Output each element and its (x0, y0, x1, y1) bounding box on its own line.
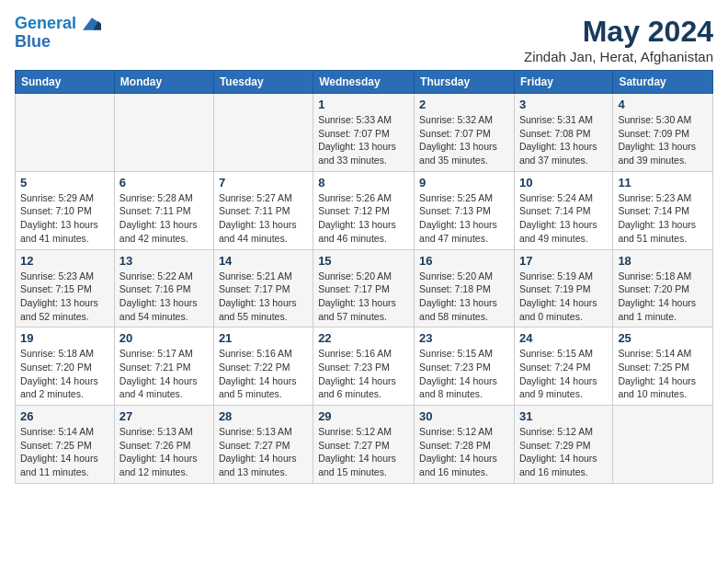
day-info: Sunrise: 5:13 AM Sunset: 7:26 PM Dayligh… (119, 425, 209, 479)
calendar-cell: 15Sunrise: 5:20 AM Sunset: 7:17 PM Dayli… (313, 249, 415, 327)
weekday-header-row: SundayMondayTuesdayWednesdayThursdayFrid… (16, 71, 713, 94)
weekday-header-sunday: Sunday (16, 71, 115, 94)
day-number: 29 (318, 409, 409, 423)
day-info: Sunrise: 5:28 AM Sunset: 7:11 PM Dayligh… (119, 191, 209, 246)
calendar-cell: 10Sunrise: 5:24 AM Sunset: 7:14 PM Dayli… (514, 171, 612, 249)
calendar-week-row: 19Sunrise: 5:18 AM Sunset: 7:20 PM Dayli… (16, 327, 713, 406)
day-info: Sunrise: 5:31 AM Sunset: 7:08 PM Dayligh… (519, 113, 608, 167)
day-info: Sunrise: 5:14 AM Sunset: 7:25 PM Dayligh… (618, 347, 708, 401)
calendar-cell: 3Sunrise: 5:31 AM Sunset: 7:08 PM Daylig… (514, 94, 612, 172)
day-number: 22 (318, 331, 409, 345)
day-number: 2 (419, 98, 509, 111)
calendar-table: SundayMondayTuesdayWednesdayThursdayFrid… (15, 70, 713, 484)
day-number: 25 (618, 331, 708, 345)
calendar-cell: 24Sunrise: 5:15 AM Sunset: 7:24 PM Dayli… (514, 327, 612, 406)
day-info: Sunrise: 5:16 AM Sunset: 7:22 PM Dayligh… (219, 347, 308, 401)
day-number: 19 (20, 331, 109, 345)
day-number: 10 (519, 176, 608, 190)
calendar-cell: 21Sunrise: 5:16 AM Sunset: 7:22 PM Dayli… (213, 327, 313, 406)
logo-blue-text: Blue (15, 33, 51, 52)
day-number: 14 (219, 254, 308, 268)
calendar-cell: 8Sunrise: 5:26 AM Sunset: 7:12 PM Daylig… (313, 171, 415, 249)
title-section: May 2024 Zindah Jan, Herat, Afghanistan (524, 15, 713, 64)
day-number: 18 (618, 254, 708, 268)
calendar-cell (114, 94, 213, 172)
weekday-header-thursday: Thursday (415, 71, 515, 94)
day-info: Sunrise: 5:15 AM Sunset: 7:23 PM Dayligh… (419, 347, 509, 401)
day-number: 26 (20, 409, 109, 423)
day-info: Sunrise: 5:12 AM Sunset: 7:27 PM Dayligh… (318, 425, 409, 479)
day-number: 7 (219, 176, 308, 190)
day-info: Sunrise: 5:27 AM Sunset: 7:11 PM Dayligh… (219, 191, 308, 246)
day-number: 15 (318, 254, 409, 268)
calendar-cell: 9Sunrise: 5:25 AM Sunset: 7:13 PM Daylig… (415, 171, 515, 249)
day-info: Sunrise: 5:12 AM Sunset: 7:28 PM Dayligh… (419, 425, 509, 479)
day-number: 30 (419, 409, 509, 423)
day-info: Sunrise: 5:30 AM Sunset: 7:09 PM Dayligh… (618, 113, 708, 167)
calendar-week-row: 26Sunrise: 5:14 AM Sunset: 7:25 PM Dayli… (16, 406, 713, 484)
day-number: 5 (20, 176, 109, 190)
day-number: 12 (20, 254, 109, 268)
calendar-cell: 16Sunrise: 5:20 AM Sunset: 7:18 PM Dayli… (415, 249, 515, 327)
calendar-cell: 12Sunrise: 5:23 AM Sunset: 7:15 PM Dayli… (16, 249, 115, 327)
day-info: Sunrise: 5:26 AM Sunset: 7:12 PM Dayligh… (318, 191, 409, 246)
calendar-cell (16, 94, 115, 172)
day-number: 24 (519, 331, 608, 345)
weekday-header-monday: Monday (114, 71, 213, 94)
day-info: Sunrise: 5:14 AM Sunset: 7:25 PM Dayligh… (20, 425, 109, 479)
day-info: Sunrise: 5:23 AM Sunset: 7:14 PM Dayligh… (618, 191, 708, 246)
weekday-header-saturday: Saturday (613, 71, 713, 94)
day-number: 31 (519, 409, 608, 423)
day-info: Sunrise: 5:13 AM Sunset: 7:27 PM Dayligh… (219, 425, 308, 479)
day-info: Sunrise: 5:32 AM Sunset: 7:07 PM Dayligh… (419, 113, 509, 167)
calendar-cell: 30Sunrise: 5:12 AM Sunset: 7:28 PM Dayli… (415, 406, 515, 484)
day-info: Sunrise: 5:16 AM Sunset: 7:23 PM Dayligh… (318, 347, 409, 401)
day-info: Sunrise: 5:23 AM Sunset: 7:15 PM Dayligh… (20, 270, 109, 324)
day-info: Sunrise: 5:12 AM Sunset: 7:29 PM Dayligh… (519, 425, 608, 479)
calendar-cell: 13Sunrise: 5:22 AM Sunset: 7:16 PM Dayli… (114, 249, 213, 327)
day-info: Sunrise: 5:22 AM Sunset: 7:16 PM Dayligh… (119, 270, 209, 324)
calendar-cell: 25Sunrise: 5:14 AM Sunset: 7:25 PM Dayli… (613, 327, 713, 406)
logo-text: General (15, 15, 101, 33)
location-subtitle: Zindah Jan, Herat, Afghanistan (524, 49, 713, 64)
calendar-cell: 4Sunrise: 5:30 AM Sunset: 7:09 PM Daylig… (613, 94, 713, 172)
calendar-cell (213, 94, 313, 172)
day-info: Sunrise: 5:17 AM Sunset: 7:21 PM Dayligh… (119, 347, 209, 401)
calendar-cell: 23Sunrise: 5:15 AM Sunset: 7:23 PM Dayli… (415, 327, 515, 406)
day-info: Sunrise: 5:18 AM Sunset: 7:20 PM Dayligh… (20, 347, 109, 401)
calendar-cell: 31Sunrise: 5:12 AM Sunset: 7:29 PM Dayli… (514, 406, 612, 484)
calendar-cell: 19Sunrise: 5:18 AM Sunset: 7:20 PM Dayli… (16, 327, 115, 406)
calendar-cell: 14Sunrise: 5:21 AM Sunset: 7:17 PM Dayli… (213, 249, 313, 327)
day-number: 3 (519, 98, 608, 111)
calendar-cell: 27Sunrise: 5:13 AM Sunset: 7:26 PM Dayli… (114, 406, 213, 484)
calendar-week-row: 5Sunrise: 5:29 AM Sunset: 7:10 PM Daylig… (16, 171, 713, 249)
day-number: 11 (618, 176, 708, 190)
calendar-cell: 20Sunrise: 5:17 AM Sunset: 7:21 PM Dayli… (114, 327, 213, 406)
day-number: 27 (119, 409, 209, 423)
calendar-cell (613, 406, 713, 484)
logo: General Blue (15, 15, 101, 52)
day-info: Sunrise: 5:19 AM Sunset: 7:19 PM Dayligh… (519, 270, 608, 324)
day-number: 28 (219, 409, 308, 423)
calendar-week-row: 12Sunrise: 5:23 AM Sunset: 7:15 PM Dayli… (16, 249, 713, 327)
day-info: Sunrise: 5:21 AM Sunset: 7:17 PM Dayligh… (219, 270, 308, 324)
day-number: 17 (519, 254, 608, 268)
calendar-cell: 17Sunrise: 5:19 AM Sunset: 7:19 PM Dayli… (514, 249, 612, 327)
day-info: Sunrise: 5:25 AM Sunset: 7:13 PM Dayligh… (419, 191, 509, 246)
day-number: 9 (419, 176, 509, 190)
day-info: Sunrise: 5:20 AM Sunset: 7:18 PM Dayligh… (419, 270, 509, 324)
day-info: Sunrise: 5:20 AM Sunset: 7:17 PM Dayligh… (318, 270, 409, 324)
day-info: Sunrise: 5:15 AM Sunset: 7:24 PM Dayligh… (519, 347, 608, 401)
day-number: 1 (318, 98, 409, 111)
weekday-header-wednesday: Wednesday (313, 71, 415, 94)
calendar-cell: 26Sunrise: 5:14 AM Sunset: 7:25 PM Dayli… (16, 406, 115, 484)
calendar-cell: 2Sunrise: 5:32 AM Sunset: 7:07 PM Daylig… (415, 94, 515, 172)
day-number: 20 (119, 331, 209, 345)
day-number: 13 (119, 254, 209, 268)
day-info: Sunrise: 5:29 AM Sunset: 7:10 PM Dayligh… (20, 191, 109, 246)
calendar-cell: 29Sunrise: 5:12 AM Sunset: 7:27 PM Dayli… (313, 406, 415, 484)
day-info: Sunrise: 5:33 AM Sunset: 7:07 PM Dayligh… (318, 113, 409, 167)
day-number: 16 (419, 254, 509, 268)
calendar-cell: 6Sunrise: 5:28 AM Sunset: 7:11 PM Daylig… (114, 171, 213, 249)
calendar-cell: 22Sunrise: 5:16 AM Sunset: 7:23 PM Dayli… (313, 327, 415, 406)
